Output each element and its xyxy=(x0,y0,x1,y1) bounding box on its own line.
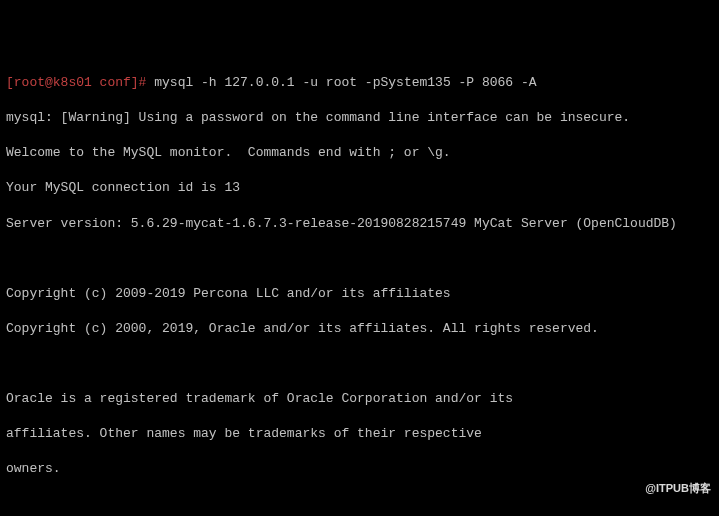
oracle-tm-2: affiliates. Other names may be trademark… xyxy=(6,425,713,443)
copyright-percona: Copyright (c) 2009-2019 Percona LLC and/… xyxy=(6,285,713,303)
blank-1 xyxy=(6,250,713,268)
oracle-tm-1: Oracle is a registered trademark of Orac… xyxy=(6,390,713,408)
oracle-tm-3: owners. xyxy=(6,460,713,478)
shell-command-1: mysql -h 127.0.0.1 -u root -pSystem135 -… xyxy=(146,75,536,90)
mysql-server-version: Server version: 5.6.29-mycat-1.6.7.3-rel… xyxy=(6,215,713,233)
blank-2 xyxy=(6,355,713,373)
mysql-warning: mysql: [Warning] Using a password on the… xyxy=(6,109,713,127)
copyright-oracle: Copyright (c) 2000, 2019, Oracle and/or … xyxy=(6,320,713,338)
mysql-connid: Your MySQL connection id is 13 xyxy=(6,179,713,197)
watermark-text: @ITPUB博客 xyxy=(645,481,711,496)
mysql-welcome: Welcome to the MySQL monitor. Commands e… xyxy=(6,144,713,162)
blank-3 xyxy=(6,495,713,513)
shell-prompt-1: [root@k8s01 conf]# xyxy=(6,75,146,90)
shell-line-1: [root@k8s01 conf]# mysql -h 127.0.0.1 -u… xyxy=(6,74,713,92)
